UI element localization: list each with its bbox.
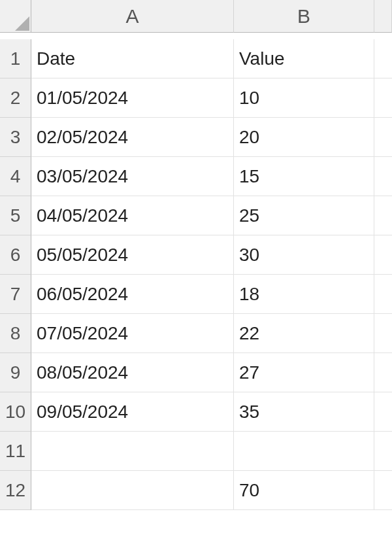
cell-b6[interactable]: 30 — [234, 235, 374, 275]
cell-b7[interactable]: 18 — [234, 275, 374, 314]
cell-a1[interactable]: Date — [31, 39, 234, 78]
spreadsheet-grid: A B 1 Date Value 2 01/05/2024 10 3 02/05… — [0, 0, 392, 510]
cell-c11[interactable] — [374, 432, 392, 471]
cell-a7[interactable]: 06/05/2024 — [31, 275, 234, 314]
cell-c5[interactable] — [374, 196, 392, 235]
cell-a8[interactable]: 07/05/2024 — [31, 314, 234, 353]
cell-a12[interactable] — [31, 471, 234, 510]
cell-b8[interactable]: 22 — [234, 314, 374, 353]
row-header-12[interactable]: 12 — [0, 471, 31, 510]
cell-a3[interactable]: 02/05/2024 — [31, 118, 234, 157]
cell-c1[interactable] — [374, 39, 392, 78]
row-header-7[interactable]: 7 — [0, 275, 31, 314]
row-header-6[interactable]: 6 — [0, 235, 31, 275]
cell-a9[interactable]: 08/05/2024 — [31, 353, 234, 392]
row-header-10[interactable]: 10 — [0, 392, 31, 432]
row-header-2[interactable]: 2 — [0, 78, 31, 118]
cell-c10[interactable] — [374, 392, 392, 432]
column-header-a[interactable]: A — [31, 0, 234, 33]
cell-a5[interactable]: 04/05/2024 — [31, 196, 234, 235]
cell-c12[interactable] — [374, 471, 392, 510]
row-header-5[interactable]: 5 — [0, 196, 31, 235]
cell-a2[interactable]: 01/05/2024 — [31, 78, 234, 118]
cell-b10[interactable]: 35 — [234, 392, 374, 432]
cell-b4[interactable]: 15 — [234, 157, 374, 196]
cell-a6[interactable]: 05/05/2024 — [31, 235, 234, 275]
cell-c6[interactable] — [374, 235, 392, 275]
column-header-overflow[interactable] — [374, 0, 392, 33]
cell-c7[interactable] — [374, 275, 392, 314]
cell-c3[interactable] — [374, 118, 392, 157]
row-header-8[interactable]: 8 — [0, 314, 31, 353]
cell-b1[interactable]: Value — [234, 39, 374, 78]
row-header-9[interactable]: 9 — [0, 353, 31, 392]
cell-a11[interactable] — [31, 432, 234, 471]
cell-c8[interactable] — [374, 314, 392, 353]
select-all-corner[interactable] — [0, 0, 31, 33]
cell-b9[interactable]: 27 — [234, 353, 374, 392]
cell-c2[interactable] — [374, 78, 392, 118]
cell-b2[interactable]: 10 — [234, 78, 374, 118]
cell-b11[interactable] — [234, 432, 374, 471]
cell-a10[interactable]: 09/05/2024 — [31, 392, 234, 432]
row-header-11[interactable]: 11 — [0, 432, 31, 471]
row-header-3[interactable]: 3 — [0, 118, 31, 157]
row-header-4[interactable]: 4 — [0, 157, 31, 196]
cell-c9[interactable] — [374, 353, 392, 392]
cell-b12[interactable]: 70 — [234, 471, 374, 510]
cell-b5[interactable]: 25 — [234, 196, 374, 235]
column-header-b[interactable]: B — [234, 0, 374, 33]
row-header-1[interactable]: 1 — [0, 39, 31, 78]
cell-a4[interactable]: 03/05/2024 — [31, 157, 234, 196]
cell-b3[interactable]: 20 — [234, 118, 374, 157]
cell-c4[interactable] — [374, 157, 392, 196]
